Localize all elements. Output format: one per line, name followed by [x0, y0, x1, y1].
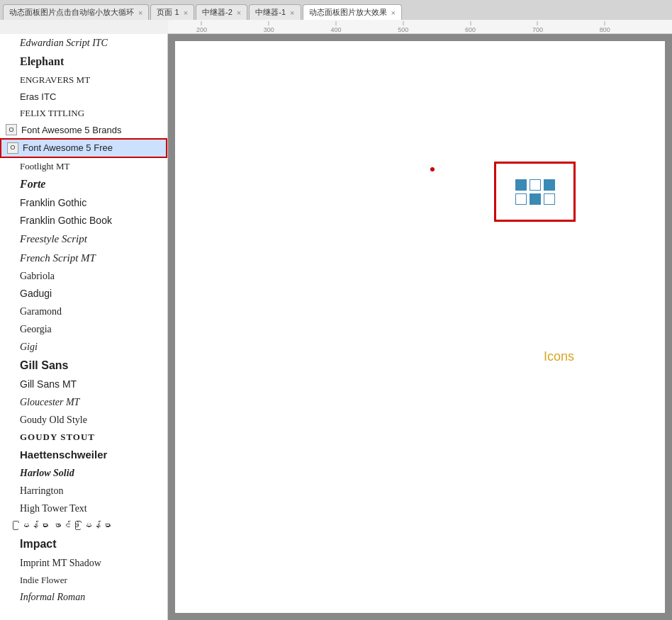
ruler-tick-500: 500: [398, 21, 408, 33]
main-area: Edwardian Script ITCElephantENGRAVERS MT…: [0, 34, 672, 620]
icon-box: [494, 162, 576, 222]
font-item-28[interactable]: Impact: [0, 534, 167, 554]
font-name-20: Gloucester MT: [20, 395, 79, 410]
font-name-30: Indie Flower: [20, 573, 67, 587]
font-name-11: Freestyle Script: [20, 231, 87, 247]
font-name-14: Gadugi: [20, 286, 52, 301]
font-item-10[interactable]: Franklin Gothic Book: [0, 212, 167, 230]
font-name-21: Goudy Old Style: [20, 412, 87, 427]
font-name-26: High Tower Text: [20, 501, 87, 516]
icon-cell-4: [515, 193, 527, 205]
icon-cell-3: [544, 179, 555, 191]
tab-0[interactable]: 动态面板图片点击自动缩小放大循环×: [3, 4, 149, 20]
font-item-25[interactable]: Harrington: [0, 482, 167, 500]
icon-grid: [515, 179, 555, 205]
font-name-5: Font Awesome 5 Brands: [21, 123, 121, 137]
font-item-12[interactable]: French Script MT: [0, 249, 167, 268]
font-item-21[interactable]: Goudy Old Style: [0, 411, 167, 429]
font-item-1[interactable]: Elephant: [0, 52, 167, 72]
tab-close-2[interactable]: ×: [237, 9, 241, 17]
font-item-0[interactable]: Edwardian Script ITC: [0, 34, 167, 52]
font-name-28: Impact: [20, 536, 57, 553]
ruler-tick-800: 800: [600, 21, 610, 33]
ruler-tick-700: 700: [532, 21, 543, 33]
font-name-6: Font Awesome 5 Free: [23, 141, 113, 155]
tab-close-1[interactable]: ×: [184, 9, 188, 17]
font-item-6[interactable]: OFont Awesome 5 Free: [0, 138, 167, 158]
font-name-31: Informal Roman: [20, 590, 85, 604]
font-name-16: Georgia: [20, 322, 52, 337]
font-item-22[interactable]: GOUDY STOUT: [0, 429, 167, 446]
red-dot-indicator: [430, 167, 435, 171]
font-item-2[interactable]: ENGRAVERS MT: [0, 72, 167, 89]
font-name-22: GOUDY STOUT: [20, 430, 95, 444]
font-name-18: Gill Sans: [20, 357, 68, 374]
font-item-9[interactable]: Franklin Gothic: [0, 194, 167, 212]
ruler-tick-600: 600: [465, 21, 476, 33]
font-item-5[interactable]: OFont Awesome 5 Brands: [0, 122, 167, 139]
font-name-17: Gigi: [20, 339, 38, 354]
tab-close-3[interactable]: ×: [290, 9, 294, 17]
font-name-13: Gabriola: [20, 269, 55, 283]
font-name-23: Haettenschweiler: [20, 447, 107, 463]
tab-label-4: 动态面板图片放大效果: [309, 7, 387, 18]
tab-1[interactable]: 页面 1×: [150, 4, 194, 20]
font-item-24[interactable]: Harlow Solid: [0, 464, 167, 482]
font-item-26[interactable]: High Tower Text: [0, 500, 167, 517]
tab-bar: 动态面板图片点击自动缩小放大循环×页面 1×中继器-2×中继器-1×动态面板图片…: [0, 0, 672, 20]
tab-4[interactable]: 动态面板图片放大效果×: [303, 4, 402, 20]
font-item-30[interactable]: Indie Flower: [0, 572, 167, 589]
font-name-4: FELIX TITLING: [20, 106, 84, 120]
font-name-0: Edwardian Script ITC: [20, 35, 108, 50]
font-name-12: French Script MT: [20, 250, 96, 266]
canvas-page: Icons: [175, 41, 665, 613]
ruler: 200300400500600700800: [168, 20, 672, 34]
tab-close-0[interactable]: ×: [138, 9, 142, 17]
tab-2[interactable]: 中继器-2×: [196, 4, 247, 20]
ruler-inner: 200300400500600700800: [168, 20, 672, 33]
font-name-8: Forte: [20, 176, 45, 193]
font-name-15: Garamond: [20, 304, 62, 319]
font-item-17[interactable]: Gigi: [0, 338, 167, 356]
font-item-8[interactable]: Forte: [0, 174, 167, 194]
icon-cell-1: [515, 179, 527, 191]
font-item-18[interactable]: Gill Sans: [0, 356, 167, 376]
font-item-29[interactable]: Imprint MT Shadow: [0, 554, 167, 572]
tab-label-3: 中继器-1: [255, 7, 286, 18]
font-name-29: Imprint MT Shadow: [20, 556, 101, 570]
icon-cell-5: [530, 193, 541, 205]
font-item-27[interactable]: မြန်မာ ဖောင်ဒ် မြန်မာ: [0, 517, 167, 534]
font-type-icon-5: O: [6, 124, 17, 135]
ruler-tick-300: 300: [264, 21, 274, 33]
font-item-20[interactable]: Gloucester MT: [0, 393, 167, 411]
font-name-3: Eras ITC: [20, 90, 56, 104]
font-name-2: ENGRAVERS MT: [20, 73, 90, 87]
font-item-7[interactable]: Footlight MT: [0, 158, 167, 175]
canvas-area: Icons: [168, 34, 672, 620]
tab-label-1: 页面 1: [157, 7, 179, 18]
font-item-31[interactable]: Informal Roman: [0, 588, 167, 606]
font-item-3[interactable]: Eras ITC: [0, 89, 167, 106]
ruler-tick-200: 200: [196, 21, 207, 33]
font-name-1: Elephant: [20, 53, 64, 70]
font-item-15[interactable]: Garamond: [0, 303, 167, 320]
icons-label: Icons: [544, 349, 574, 364]
font-item-19[interactable]: Gill Sans MT: [0, 376, 167, 393]
font-item-23[interactable]: Haettenschweiler: [0, 446, 167, 465]
font-name-10: Franklin Gothic Book: [20, 213, 112, 228]
font-item-14[interactable]: Gadugi: [0, 285, 167, 303]
font-name-7: Footlight MT: [20, 159, 69, 174]
tab-3[interactable]: 中继器-1×: [249, 4, 301, 20]
font-item-4[interactable]: FELIX TITLING: [0, 105, 167, 122]
font-item-11[interactable]: Freestyle Script: [0, 230, 167, 249]
font-item-16[interactable]: Georgia: [0, 320, 167, 338]
icon-cell-2: [530, 179, 541, 191]
font-name-9: Franklin Gothic: [20, 196, 86, 210]
font-item-13[interactable]: Gabriola: [0, 267, 167, 285]
tab-close-4[interactable]: ×: [391, 9, 396, 17]
font-name-25: Harrington: [20, 483, 63, 498]
font-name-19: Gill Sans MT: [20, 377, 77, 392]
tab-label-0: 动态面板图片点击自动缩小放大循环: [9, 7, 134, 18]
tab-label-2: 中继器-2: [202, 7, 233, 18]
icon-cell-6: [544, 193, 555, 205]
